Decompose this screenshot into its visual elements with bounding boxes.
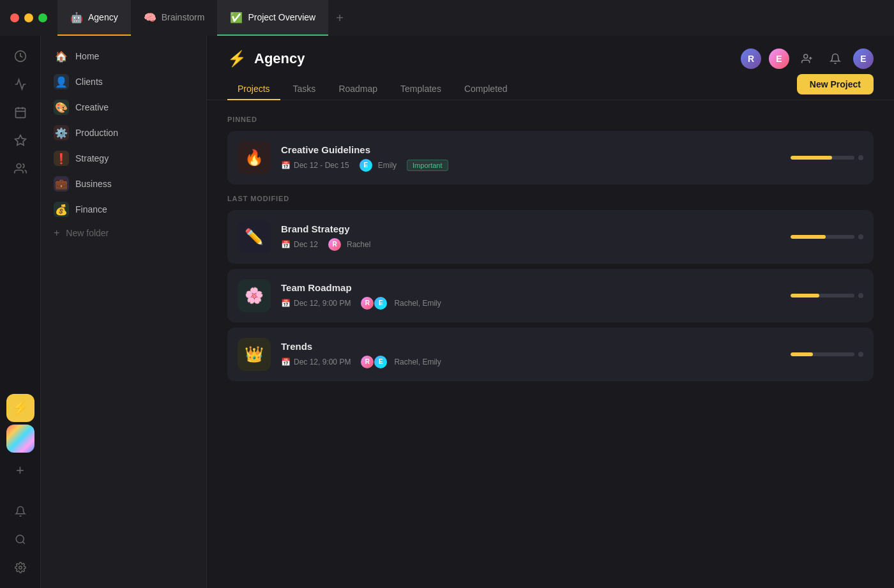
home-icon: 🏠 bbox=[54, 49, 69, 64]
project-info-creative-guidelines: Creative Guidelines 📅 Dec 12 - Dec 15 E … bbox=[281, 144, 770, 172]
icon-bar-search[interactable] bbox=[8, 527, 33, 552]
icon-bar-add[interactable]: + bbox=[8, 458, 33, 483]
icon-bar-pulse[interactable] bbox=[8, 72, 33, 97]
content-area: ⚡ Agency R E E Projects bbox=[207, 36, 894, 588]
sidebar-clients-label: Clients bbox=[75, 77, 103, 87]
avatar-emily-2: E bbox=[374, 297, 387, 310]
avatar-rachel-3: R bbox=[361, 356, 374, 368]
progress-bar-fill-3 bbox=[791, 294, 819, 298]
new-folder-button[interactable]: + New folder bbox=[46, 222, 201, 244]
icon-bar-rainbow[interactable] bbox=[6, 425, 34, 453]
meta-assignee-creative-guidelines: E Emily bbox=[360, 159, 397, 172]
overview-tab-label: Project Overview bbox=[248, 12, 315, 22]
progress-bar-fill-2 bbox=[791, 235, 826, 239]
project-card-creative-guidelines[interactable]: 🔥 Creative Guidelines 📅 Dec 12 - Dec 15 … bbox=[227, 131, 874, 185]
project-name-brand-strategy: Brand Strategy bbox=[281, 223, 770, 234]
calendar-meta-icon-2: 📅 bbox=[281, 240, 291, 249]
nav-tab-projects[interactable]: Projects bbox=[227, 79, 280, 100]
progress-dot bbox=[858, 155, 863, 160]
project-card-trends[interactable]: 👑 Trends 📅 Dec 12, 9:00 PM R E Rachel bbox=[227, 328, 874, 381]
add-tab-button[interactable]: + bbox=[328, 0, 351, 36]
project-progress-team-roadmap bbox=[791, 293, 863, 298]
project-meta-team-roadmap: 📅 Dec 12, 9:00 PM R E Rachel, Emily bbox=[281, 297, 770, 310]
project-meta-brand-strategy: 📅 Dec 12 R Rachel bbox=[281, 238, 770, 251]
project-info-team-roadmap: Team Roadmap 📅 Dec 12, 9:00 PM R E Rache… bbox=[281, 282, 770, 310]
main-layout: ⚡ + 🏠 Home 👤 Clients 🎨 Creative ⚙️ bbox=[0, 36, 894, 588]
nav-tab-roadmap[interactable]: Roadmap bbox=[328, 79, 388, 100]
icon-bar-notifications[interactable] bbox=[8, 499, 33, 524]
meta-assignees-team-roadmap: R E Rachel, Emily bbox=[361, 297, 441, 310]
new-folder-label: New folder bbox=[66, 228, 109, 238]
project-progress-trends bbox=[791, 352, 863, 357]
add-member-button[interactable] bbox=[797, 49, 817, 69]
meta-date-team-roadmap: 📅 Dec 12, 9:00 PM bbox=[281, 299, 351, 308]
title-bar: 🤖 Agency 🧠 Brainstorm ✅ Project Overview… bbox=[0, 0, 894, 36]
production-icon: ⚙️ bbox=[54, 125, 69, 140]
notifications-button[interactable] bbox=[825, 49, 845, 69]
sidebar-item-clients[interactable]: 👤 Clients bbox=[46, 69, 201, 94]
icon-bar-team[interactable] bbox=[8, 156, 33, 181]
sidebar-item-finance[interactable]: 💰 Finance bbox=[46, 197, 201, 222]
sidebar-item-home[interactable]: 🏠 Home bbox=[46, 43, 201, 69]
progress-bar-fill bbox=[791, 156, 832, 160]
last-modified-label: LAST MODIFIED bbox=[227, 195, 874, 202]
avatar-user1[interactable]: R bbox=[741, 49, 761, 69]
nav-tab-templates[interactable]: Templates bbox=[390, 79, 451, 100]
assignees-label-team-roadmap: Rachel, Emily bbox=[394, 299, 441, 308]
meta-date-brand-strategy: 📅 Dec 12 bbox=[281, 240, 318, 249]
tab-brainstorm[interactable]: 🧠 Brainstorm bbox=[131, 0, 218, 36]
projects-body: PINNED 🔥 Creative Guidelines 📅 Dec 12 - … bbox=[207, 100, 894, 402]
tab-agency[interactable]: 🤖 Agency bbox=[57, 0, 131, 36]
meta-date-creative-guidelines: 📅 Dec 12 - Dec 15 bbox=[281, 161, 349, 170]
nav-tab-tasks[interactable]: Tasks bbox=[283, 79, 326, 100]
meta-assignees-trends: R E Rachel, Emily bbox=[361, 356, 441, 368]
sidebar-creative-label: Creative bbox=[75, 102, 109, 112]
avatar-emily-3: E bbox=[374, 356, 387, 368]
icon-bar-favorites[interactable] bbox=[8, 128, 33, 153]
nav-tabs: Projects Tasks Roadmap Templates Complet… bbox=[227, 79, 797, 100]
icon-bar: ⚡ + bbox=[0, 36, 41, 588]
meta-date-text-3: Dec 12, 9:00 PM bbox=[294, 299, 351, 308]
progress-dot-3 bbox=[858, 293, 863, 298]
project-name-creative-guidelines: Creative Guidelines bbox=[281, 144, 770, 155]
avatar-user2[interactable]: E bbox=[769, 49, 789, 69]
svg-point-7 bbox=[16, 535, 24, 543]
meta-date-trends: 📅 Dec 12, 9:00 PM bbox=[281, 358, 351, 366]
icon-bar-activity[interactable] bbox=[8, 43, 33, 69]
avatar-rachel: R bbox=[328, 238, 341, 251]
new-project-button[interactable]: New Project bbox=[797, 74, 874, 94]
meta-date-text-2: Dec 12 bbox=[294, 240, 318, 249]
svg-marker-5 bbox=[15, 135, 26, 146]
icon-bar-settings[interactable] bbox=[8, 555, 33, 580]
sidebar-item-business[interactable]: 💼 Business bbox=[46, 171, 201, 197]
project-progress-brand-strategy bbox=[791, 234, 863, 239]
sidebar-item-production[interactable]: ⚙️ Production bbox=[46, 120, 201, 146]
current-user-avatar[interactable]: E bbox=[853, 49, 874, 69]
close-button[interactable] bbox=[10, 13, 19, 22]
last-modified-section: LAST MODIFIED ✏️ Brand Strategy 📅 Dec 12 bbox=[227, 195, 874, 381]
project-name-trends: Trends bbox=[281, 341, 770, 352]
nav-tab-completed[interactable]: Completed bbox=[454, 79, 518, 100]
content-header: ⚡ Agency R E E bbox=[207, 36, 894, 69]
svg-point-10 bbox=[804, 54, 808, 58]
svg-point-6 bbox=[17, 164, 21, 169]
sidebar-item-strategy[interactable]: ❗ Strategy bbox=[46, 146, 201, 171]
project-card-team-roadmap[interactable]: 🌸 Team Roadmap 📅 Dec 12, 9:00 PM R E bbox=[227, 269, 874, 322]
icon-bar-app-active[interactable]: ⚡ bbox=[6, 394, 34, 422]
project-info-trends: Trends 📅 Dec 12, 9:00 PM R E Rachel, Emi… bbox=[281, 341, 770, 368]
project-card-brand-strategy[interactable]: ✏️ Brand Strategy 📅 Dec 12 R Rachel bbox=[227, 210, 874, 264]
pinned-section-label: PINNED bbox=[227, 116, 874, 123]
page-title: Agency bbox=[254, 50, 305, 67]
tag-important: Important bbox=[407, 160, 448, 171]
calendar-meta-icon-3: 📅 bbox=[281, 299, 291, 308]
brainstorm-tab-icon: 🧠 bbox=[144, 11, 156, 24]
meta-assignee-brand-strategy: R Rachel bbox=[328, 238, 370, 251]
header-actions: R E E bbox=[741, 49, 874, 69]
icon-bar-calendar[interactable] bbox=[8, 100, 33, 125]
project-icon-team-roadmap: 🌸 bbox=[238, 279, 271, 312]
tab-project-overview[interactable]: ✅ Project Overview bbox=[217, 0, 328, 36]
minimize-button[interactable] bbox=[24, 13, 33, 22]
maximize-button[interactable] bbox=[38, 13, 47, 22]
sidebar-item-creative[interactable]: 🎨 Creative bbox=[46, 94, 201, 120]
meta-date-text-4: Dec 12, 9:00 PM bbox=[294, 358, 351, 366]
